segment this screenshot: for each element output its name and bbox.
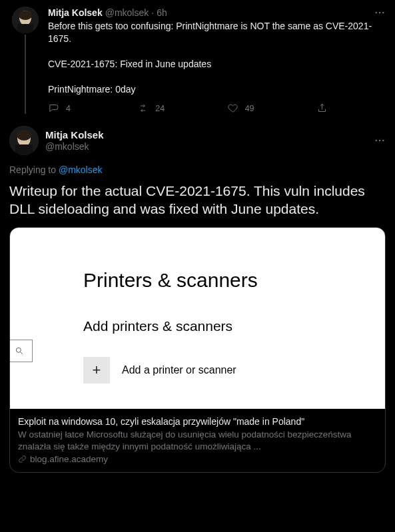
tweet-actions: 4 24 49 [48,103,328,114]
more-icon[interactable] [374,7,386,19]
svg-point-13 [382,140,384,141]
retweet-count: 24 [155,104,165,113]
avatar[interactable] [9,126,39,155]
card-description: W ostatniej łatce Microsoftu służącej do… [18,429,377,453]
svg-point-10 [17,130,31,140]
thread-line [25,35,26,114]
svg-point-3 [19,11,32,20]
svg-point-4 [376,12,377,13]
replying-to: Replying to @mkolsek [9,164,386,175]
display-name[interactable]: Mitja Kolsek [48,7,103,19]
handle[interactable]: @mkolsek [105,7,149,19]
more-icon[interactable] [374,134,386,146]
tweet-header: Mitja Kolsek @mkolsek · 6h [48,7,386,19]
card-domain-text: blog.afine.academy [30,454,108,464]
detail-header: Mitja Kolsek @mkolsek [9,126,386,155]
card-title: Exploit na windowsa 10, czyli eskalacja … [18,415,377,427]
separator: · [151,7,154,19]
reply-count: 4 [66,104,71,113]
tweet-body: Mitja Kolsek @mkolsek · 6h Before this g… [48,7,386,114]
display-name[interactable]: Mitja Kolsek [45,129,104,140]
card-domain: blog.afine.academy [18,454,377,464]
avatar[interactable] [12,7,39,33]
svg-point-14 [16,348,21,352]
retweet-button[interactable]: 24 [137,103,226,114]
tweet-text: Before this gets too confusing: PrintNig… [48,20,386,96]
name-stack: Mitja Kolsek @mkolsek [45,129,104,152]
tweet-text: Writeup for the actual CVE-2021-1675. Th… [9,182,386,218]
replying-handle[interactable]: @mkolsek [59,164,103,175]
link-card[interactable]: Printers & scanners Add printers & scann… [9,227,386,473]
detail-tweet: Mitja Kolsek @mkolsek Replying to @mkols… [0,119,395,478]
avatar-column [9,7,41,114]
svg-point-12 [379,140,380,141]
reply-button[interactable]: 4 [48,103,137,114]
settings-subtitle: Add printers & scanners [83,318,232,334]
svg-point-6 [382,12,384,13]
search-box [10,340,33,362]
svg-point-5 [379,12,380,13]
share-button[interactable] [316,103,328,114]
add-printer-row: + Add a printer or scanner [83,357,236,384]
handle[interactable]: @mkolsek [45,141,104,152]
add-printer-label: Add a printer or scanner [122,364,236,376]
svg-point-11 [376,140,377,141]
link-icon [18,455,27,463]
card-meta: Exploit na windowsa 10, czyli eskalacja … [10,409,385,472]
svg-line-15 [20,352,22,354]
plus-icon: + [83,357,110,384]
timestamp[interactable]: 6h [157,7,167,19]
svg-rect-2 [17,24,33,33]
card-image: Printers & scanners Add printers & scann… [10,228,385,409]
replying-prefix: Replying to [9,164,59,175]
like-button[interactable]: 49 [227,103,316,114]
like-count: 49 [245,104,254,113]
parent-tweet[interactable]: Mitja Kolsek @mkolsek · 6h Before this g… [0,0,395,119]
svg-rect-9 [15,144,33,155]
settings-title: Printers & scanners [83,269,258,292]
